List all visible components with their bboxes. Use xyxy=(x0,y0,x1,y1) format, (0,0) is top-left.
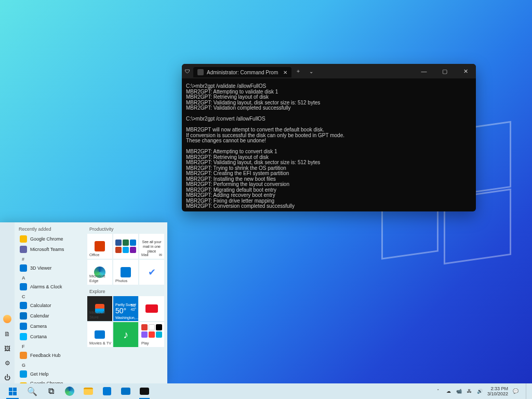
tile-store[interactable] xyxy=(87,296,112,321)
clock-time: 2:33 PM xyxy=(487,386,508,391)
app-list-letter[interactable]: F xyxy=(15,342,84,350)
spotify-icon: ♪ xyxy=(123,329,128,341)
app-list-item[interactable]: Feedback Hub xyxy=(15,350,84,361)
app-list-letter[interactable]: G xyxy=(15,361,84,369)
app-icon xyxy=(20,370,27,378)
app-list-item[interactable]: Get Help xyxy=(15,369,84,379)
app-list-item[interactable]: Calculator xyxy=(15,300,84,311)
action-center-icon[interactable]: 💬 xyxy=(512,388,518,394)
taskbar-terminal[interactable] xyxy=(135,383,154,399)
close-button[interactable]: ✕ xyxy=(455,68,476,75)
start-button[interactable] xyxy=(2,383,23,399)
taskbar-edge[interactable] xyxy=(60,383,79,399)
app-list-item[interactable]: Alarms & Clock xyxy=(15,282,84,292)
minimize-button[interactable]: — xyxy=(414,68,434,74)
photos-icon xyxy=(121,267,131,277)
tile-todo[interactable]: ✔ xyxy=(139,260,164,285)
mail-promo-text: See all your mail in one place xyxy=(141,240,162,254)
taskbar-store[interactable] xyxy=(98,383,116,399)
terminal-line: MBR2GPT: Attempting to convert disk 1 xyxy=(186,149,472,155)
app-list-letter[interactable]: # xyxy=(15,255,84,263)
app-label: Cortana xyxy=(30,334,47,339)
app-list-item[interactable]: Google Chrome xyxy=(15,234,84,244)
tile-edge[interactable] xyxy=(87,260,112,285)
app-list-letter[interactable]: C xyxy=(15,292,84,300)
terminal-body[interactable]: C:\>mbr2gpt /validate /allowFullOSMBR2GP… xyxy=(182,78,476,211)
app-list-item[interactable]: Cortana xyxy=(15,331,84,342)
terminal-line: MBR2GPT will now attempt to convert the … xyxy=(186,127,472,133)
terminal-line: MBR2GPT: Retrieving layout of disk xyxy=(186,95,472,100)
taskbar-clock[interactable]: 2:33 PM 3/10/2022 xyxy=(487,386,508,396)
check-icon: ✔ xyxy=(148,267,156,278)
tile-spotify[interactable]: ♪ xyxy=(113,322,138,347)
app-icon xyxy=(20,235,27,243)
app-label: Get Help xyxy=(30,371,49,377)
user-avatar-icon[interactable] xyxy=(3,315,11,323)
app-label: Camera xyxy=(30,324,47,329)
app-icon xyxy=(20,246,27,253)
app-list-item[interactable]: 3D Viewer xyxy=(15,263,84,273)
app-list-letter[interactable]: A xyxy=(15,273,84,282)
taskbar-mail[interactable] xyxy=(116,383,135,399)
pictures-icon[interactable]: 🖼 xyxy=(4,345,11,352)
app-icon xyxy=(20,352,27,359)
tile-office[interactable] xyxy=(87,234,112,259)
tile-mail[interactable]: See all your mail in one place ✉ xyxy=(139,234,164,259)
app-list-item[interactable]: Microsoft Teams xyxy=(15,244,84,255)
mail-icon xyxy=(121,388,130,395)
edge-icon xyxy=(65,387,74,396)
taskbar: 🔍 ⧉ ˄ ☁ 📹 🖧 🔊 2:33 PM 3/10/2022 💬 xyxy=(0,383,532,399)
office-icon xyxy=(95,241,105,251)
terminal-line: C:\>mbr2gpt /validate /allowFullOS xyxy=(186,84,472,89)
tray-overflow-icon[interactable]: ˄ xyxy=(435,388,442,394)
onedrive-icon[interactable]: ☁ xyxy=(446,388,452,394)
app-label: Alarms & Clock xyxy=(30,284,62,289)
app-label: 3D Viewer xyxy=(30,265,51,271)
app-list-item[interactable]: Camera xyxy=(15,321,84,331)
store-icon xyxy=(103,387,111,395)
tile-office-apps[interactable] xyxy=(113,234,138,259)
tile-play[interactable] xyxy=(139,322,164,347)
weather-city: Washington,... xyxy=(115,316,138,320)
tile-movies[interactable] xyxy=(87,322,112,347)
movies-icon xyxy=(95,330,105,339)
cmd-icon xyxy=(197,69,204,75)
tile-weather[interactable]: Partly Sunny 50° Washington,... 52° 43° xyxy=(113,296,138,321)
system-tray: ˄ ☁ 📹 🖧 🔊 2:33 PM 3/10/2022 💬 xyxy=(435,383,530,399)
taskbar-explorer[interactable] xyxy=(79,383,98,399)
terminal-icon xyxy=(140,388,149,395)
app-icon xyxy=(20,283,27,290)
app-list-item[interactable]: Google ChromeNew xyxy=(15,379,84,383)
terminal-window: 🛡 Administrator: Command Prom ✕ ＋ ⌄ — ▢ … xyxy=(182,64,476,211)
new-tab-button[interactable]: ＋ xyxy=(291,65,305,77)
start-app-list[interactable]: Recently added Google ChromeMicrosoft Te… xyxy=(15,222,84,383)
terminal-line: MBR2GPT: Creating the EFI system partiti… xyxy=(186,171,472,177)
settings-icon[interactable]: ⚙ xyxy=(4,360,11,367)
taskbar-taskview-button[interactable]: ⧉ xyxy=(42,383,60,399)
volume-icon[interactable]: 🔊 xyxy=(477,388,483,394)
taskbar-search-button[interactable]: 🔍 xyxy=(23,383,42,399)
terminal-tab-title: Administrator: Command Prom xyxy=(207,70,278,75)
start-menu: 🗎 🖼 ⚙ ⏻ Recently added Google ChromeMicr… xyxy=(0,222,167,383)
meetnow-icon[interactable]: 📹 xyxy=(456,388,462,394)
maximize-button[interactable]: ▢ xyxy=(434,68,455,75)
terminal-titlebar[interactable]: 🛡 Administrator: Command Prom ✕ ＋ ⌄ — ▢ … xyxy=(182,64,476,78)
power-icon[interactable]: ⏻ xyxy=(4,374,11,381)
documents-icon[interactable]: 🗎 xyxy=(4,330,11,338)
network-icon[interactable]: 🖧 xyxy=(467,388,473,394)
app-list-item[interactable]: Calendar xyxy=(15,311,84,321)
tile-photos[interactable] xyxy=(113,260,138,285)
app-label: Calendar xyxy=(30,313,49,318)
terminal-line: C:\>mbr2gpt /convert /allowFullOS xyxy=(186,116,472,122)
mail-icon: ✉ xyxy=(159,253,162,257)
group-explore: Explore xyxy=(87,288,164,296)
terminal-tab[interactable]: Administrator: Command Prom ✕ xyxy=(193,67,291,77)
tab-close-icon[interactable]: ✕ xyxy=(283,70,287,75)
show-desktop-button[interactable] xyxy=(526,383,529,399)
shield-icon: 🛡 xyxy=(185,69,190,74)
tile-news[interactable] xyxy=(139,296,164,321)
group-productivity: Productivity xyxy=(87,225,164,234)
app-label: Microsoft Teams xyxy=(30,247,64,252)
tab-dropdown-button[interactable]: ⌄ xyxy=(305,66,317,76)
start-rail: 🗎 🖼 ⚙ ⏻ xyxy=(0,222,15,383)
